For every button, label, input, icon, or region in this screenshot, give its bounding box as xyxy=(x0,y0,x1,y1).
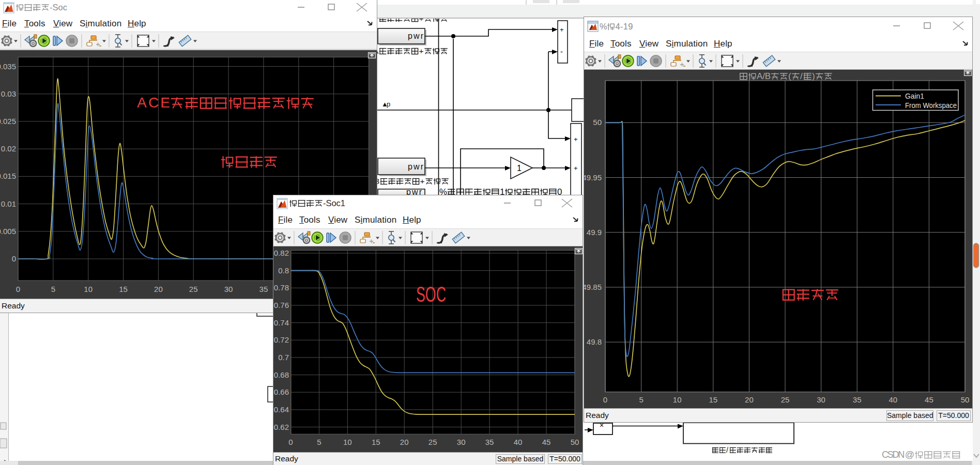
svg-text:CSDN @: CSDN @ xyxy=(882,450,914,460)
